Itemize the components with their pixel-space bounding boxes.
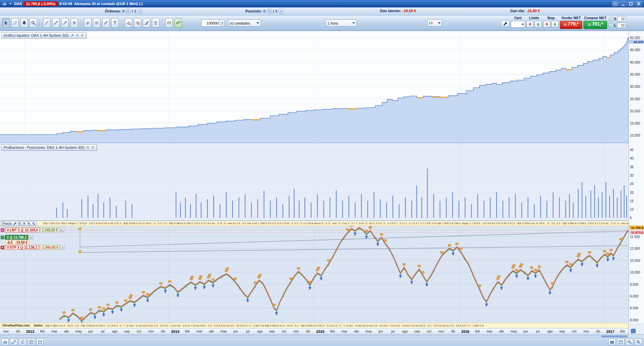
keyboard-button[interactable] [612,1,619,6]
chart-style-select[interactable] [427,20,442,27]
zoom-tool-button[interactable] [30,18,37,28]
zigzag-view-button[interactable] [174,18,182,28]
price-settings-button[interactable] [13,222,16,225]
price-panel-tab[interactable]: Precio [1,221,37,226]
price-detach-button[interactable] [18,222,21,225]
timeframe-select[interactable]: 1 hora [326,20,357,27]
crosshair-tool-button[interactable] [71,18,78,28]
calendar-button[interactable] [617,339,625,345]
position-gain: -19,50 € [15,241,28,244]
time-axis[interactable]: novdic2013febmarabrmayjunjulagosepoctnov… [0,328,629,334]
sell-market-button[interactable]: 11.779,8 [560,21,582,29]
quantity-stepper[interactable]: ▲▼ [220,20,225,27]
positions-chart-panel[interactable]: ProBacktest - Posiciones: DAX 1-4H Syste… [0,143,629,221]
position-close-button[interactable]: ✕ [29,235,33,239]
s-checkbox[interactable]: ✓ [609,17,613,21]
position-list-button[interactable] [267,9,272,13]
month-label: abr [499,330,504,333]
price-change-badge: 11.780,8 (-0,04%) [24,1,57,6]
text-tool-button[interactable] [111,18,119,28]
erase-all-button[interactable] [134,18,141,28]
close-button[interactable] [635,1,642,6]
price-chart[interactable] [0,221,629,323]
price-zoom-in-button[interactable] [27,222,31,225]
price-chart-panel[interactable]: D@ 7.626,3 8.789,0 +Bajo 1 7.675,5 · 3,8… [0,221,629,323]
price-close-button[interactable] [23,222,26,225]
positions-detach-button[interactable] [86,146,89,149]
position-chip-icon: ≡ [1,236,4,239]
erase-object-button[interactable] [125,18,132,28]
stop-sell-button[interactable] [543,21,551,28]
l-value-input[interactable]: 10 [617,23,626,28]
equity-panel-tab[interactable]: Gráfico liquidez: DAX 1-4H System 3(5) [1,32,86,38]
zoom-in-icon [636,340,641,344]
month-label: abr [209,330,214,333]
ruler-tool-button[interactable] [11,18,19,28]
minimize-button[interactable] [620,1,627,6]
positions-panel-tab[interactable]: ProBacktest - Posiciones: DAX 1-4H Syste… [1,144,97,150]
segment-tool-button[interactable] [52,18,59,28]
limit-buy-button[interactable] [534,21,542,28]
s-value-input[interactable]: 10 [617,16,626,22]
cant-input[interactable] [511,21,525,28]
layout-button[interactable] [36,339,44,345]
scrollbar-thumb[interactable] [601,336,628,337]
price-y-axis[interactable]: 11.780,8 11.673,5 11.50011.00010.50010.0… [629,221,644,323]
equity-chart[interactable] [0,31,629,143]
screenshot-button[interactable] [608,339,616,345]
buy-market-button[interactable]: 11.781,8 [583,21,607,29]
pointer-tool-button[interactable] [2,18,10,28]
instrument-caret-icon[interactable] [9,2,12,5]
delete-drawings-button[interactable] [152,18,159,28]
stop-buy-button[interactable] [551,21,559,28]
quantity-input[interactable] [201,20,220,27]
new-chart-button[interactable] [1,339,9,345]
equity-chart-panel[interactable]: Gráfico liquidez: DAX 1-4H System 3(5) [0,31,629,143]
format-brush-button[interactable] [143,18,150,28]
limit-sell-button[interactable] [526,21,534,28]
ruler-icon [13,21,17,25]
stop-order-label[interactable]: V:STP 3 @ 11.138,1 [5,245,39,250]
price-tick: 11.500 [630,235,640,239]
position-separator: / [273,9,274,13]
limit-order-cancel-button[interactable]: ✕ [60,228,64,232]
pitchfork-tool-button[interactable] [102,18,110,28]
zoom-in-button[interactable] [635,339,642,345]
equity-settings-button[interactable] [71,34,74,37]
positions-close-button[interactable] [91,146,94,149]
maximize-button[interactable] [628,1,634,6]
parallel-lines-tool-button[interactable] [84,18,91,28]
limit-order-label[interactable]: V:LMT 3 @ 12.169,4 [5,228,40,232]
trade-settings[interactable] [501,20,510,27]
equity-y-axis[interactable]: 48.600 50.00045.00040.00035.00030.00025.… [629,31,644,143]
equity-detach-button[interactable] [76,34,79,37]
horizontal-scrollbar[interactable] [0,335,629,338]
stop-order-cancel-button[interactable]: ✕ [61,245,65,249]
positions-chart[interactable] [0,143,629,221]
buy-column: Comprar MKT 11.781,8 [583,16,607,29]
scroll-right-button[interactable] [631,329,636,333]
l-checkbox[interactable]: ✓ [609,23,613,27]
link-windows-button[interactable] [10,339,17,345]
position-settings-button[interactable] [279,9,283,13]
units-select[interactable]: (x) unidades [228,20,261,27]
fibonacci-tool-button[interactable] [93,18,100,28]
export-table-button[interactable] [28,339,35,345]
price-zoom-out-button[interactable] [32,222,35,225]
positions-y-axis[interactable]: 45403530252015105 [629,143,644,221]
alert-tool-button[interactable] [21,18,28,28]
orders-settings-button[interactable] [138,9,143,13]
refresh-button[interactable] [19,339,26,345]
instrument-symbol[interactable]: DAX [14,2,22,6]
equity-close-button[interactable] [81,34,84,37]
zoom-out-button[interactable] [626,339,633,345]
orders-list-button[interactable] [126,9,130,13]
limit-order-chip-icon: ✂ [1,228,4,232]
month-label: ago [547,330,553,333]
backtest-view-button[interactable] [165,18,173,28]
titlebar[interactable]: DAX 11.780,8 (-0,04%) 8:53:49 Alemania 3… [0,0,644,7]
position-total: 3 [275,9,277,13]
ray-tool-button[interactable] [61,18,69,28]
trendline-tool-button[interactable] [43,18,50,28]
position-label[interactable]: 3 @ 11.786,3 [5,235,28,240]
